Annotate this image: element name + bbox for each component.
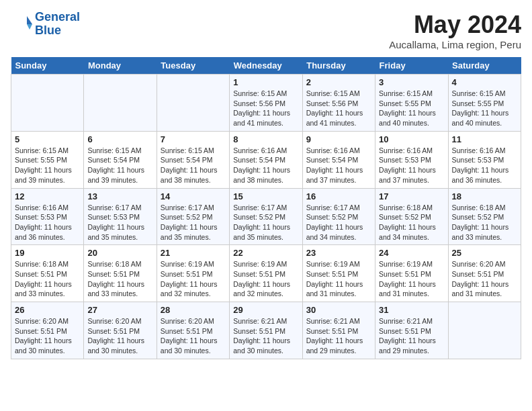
day-info: Sunrise: 6:19 AM Sunset: 5:51 PM Dayligh…: [233, 259, 298, 299]
day-info: Sunrise: 6:15 AM Sunset: 5:55 PM Dayligh…: [15, 146, 80, 185]
calendar-cell: 28Sunrise: 6:20 AM Sunset: 5:51 PM Dayli…: [157, 302, 229, 359]
calendar-cell: 26Sunrise: 6:20 AM Sunset: 5:51 PM Dayli…: [11, 302, 84, 359]
calendar-cell: 20Sunrise: 6:18 AM Sunset: 5:51 PM Dayli…: [84, 245, 157, 302]
day-info: Sunrise: 6:21 AM Sunset: 5:51 PM Dayligh…: [306, 316, 371, 356]
day-info: Sunrise: 6:17 AM Sunset: 5:53 PM Dayligh…: [87, 203, 152, 242]
day-number: 18: [452, 191, 517, 201]
calendar-week-1: 1Sunrise: 6:15 AM Sunset: 5:56 PM Daylig…: [11, 75, 521, 132]
page-header: General Blue May 2024 Aucallama, Lima re…: [11, 11, 521, 50]
day-info: Sunrise: 6:16 AM Sunset: 5:54 PM Dayligh…: [306, 146, 371, 185]
calendar-cell: 14Sunrise: 6:17 AM Sunset: 5:52 PM Dayli…: [157, 188, 229, 245]
title-section: May 2024 Aucallama, Lima region, Peru: [389, 11, 521, 50]
day-info: Sunrise: 6:19 AM Sunset: 5:51 PM Dayligh…: [161, 259, 226, 299]
calendar-cell: 6Sunrise: 6:15 AM Sunset: 5:54 PM Daylig…: [84, 131, 157, 188]
calendar-cell: 17Sunrise: 6:18 AM Sunset: 5:52 PM Dayli…: [375, 188, 448, 245]
day-number: 24: [379, 248, 444, 258]
day-number: 19: [15, 248, 80, 258]
calendar-cell: 22Sunrise: 6:19 AM Sunset: 5:51 PM Dayli…: [230, 245, 302, 302]
weekday-header-friday: Friday: [375, 57, 448, 75]
calendar-cell: 24Sunrise: 6:19 AM Sunset: 5:51 PM Dayli…: [375, 245, 448, 302]
day-info: Sunrise: 6:15 AM Sunset: 5:54 PM Dayligh…: [87, 146, 152, 185]
day-info: Sunrise: 6:18 AM Sunset: 5:51 PM Dayligh…: [87, 259, 152, 299]
calendar-cell: 7Sunrise: 6:15 AM Sunset: 5:54 PM Daylig…: [157, 131, 229, 188]
day-number: 29: [233, 305, 298, 315]
calendar-cell: 21Sunrise: 6:19 AM Sunset: 5:51 PM Dayli…: [157, 245, 229, 302]
calendar-cell: 10Sunrise: 6:16 AM Sunset: 5:53 PM Dayli…: [375, 131, 448, 188]
day-info: Sunrise: 6:19 AM Sunset: 5:51 PM Dayligh…: [306, 259, 371, 299]
day-number: 27: [87, 305, 152, 315]
svg-marker-0: [27, 16, 32, 24]
day-info: Sunrise: 6:21 AM Sunset: 5:51 PM Dayligh…: [379, 316, 444, 356]
calendar-cell: 4Sunrise: 6:15 AM Sunset: 5:55 PM Daylig…: [448, 75, 521, 132]
calendar-cell: [11, 75, 84, 132]
day-number: 5: [15, 134, 80, 144]
calendar-cell: [157, 75, 229, 132]
calendar-cell: 5Sunrise: 6:15 AM Sunset: 5:55 PM Daylig…: [11, 131, 84, 188]
calendar-week-2: 5Sunrise: 6:15 AM Sunset: 5:55 PM Daylig…: [11, 131, 521, 188]
day-info: Sunrise: 6:17 AM Sunset: 5:52 PM Dayligh…: [306, 203, 371, 242]
day-info: Sunrise: 6:20 AM Sunset: 5:51 PM Dayligh…: [161, 316, 226, 356]
day-info: Sunrise: 6:17 AM Sunset: 5:52 PM Dayligh…: [161, 203, 226, 242]
day-number: 28: [161, 305, 226, 315]
weekday-header-thursday: Thursday: [302, 57, 375, 75]
day-number: 21: [161, 248, 226, 258]
calendar-cell: 13Sunrise: 6:17 AM Sunset: 5:53 PM Dayli…: [84, 188, 157, 245]
day-info: Sunrise: 6:15 AM Sunset: 5:56 PM Dayligh…: [306, 89, 371, 128]
day-info: Sunrise: 6:16 AM Sunset: 5:53 PM Dayligh…: [379, 146, 444, 185]
day-number: 7: [161, 134, 226, 144]
day-info: Sunrise: 6:19 AM Sunset: 5:51 PM Dayligh…: [379, 259, 444, 299]
calendar-cell: 23Sunrise: 6:19 AM Sunset: 5:51 PM Dayli…: [302, 245, 375, 302]
weekday-header-monday: Monday: [84, 57, 157, 75]
day-number: 31: [379, 305, 444, 315]
day-number: 17: [379, 191, 444, 201]
day-number: 1: [233, 77, 298, 87]
day-number: 3: [379, 77, 444, 87]
day-info: Sunrise: 6:17 AM Sunset: 5:52 PM Dayligh…: [233, 203, 298, 242]
calendar-cell: 18Sunrise: 6:18 AM Sunset: 5:52 PM Dayli…: [448, 188, 521, 245]
day-number: 16: [306, 191, 371, 201]
calendar-cell: 8Sunrise: 6:16 AM Sunset: 5:54 PM Daylig…: [230, 131, 302, 188]
day-number: 2: [306, 77, 371, 87]
calendar-cell: 25Sunrise: 6:20 AM Sunset: 5:51 PM Dayli…: [448, 245, 521, 302]
day-info: Sunrise: 6:16 AM Sunset: 5:53 PM Dayligh…: [452, 146, 517, 185]
calendar-cell: 1Sunrise: 6:15 AM Sunset: 5:56 PM Daylig…: [230, 75, 302, 132]
calendar-cell: 12Sunrise: 6:16 AM Sunset: 5:53 PM Dayli…: [11, 188, 84, 245]
calendar-week-3: 12Sunrise: 6:16 AM Sunset: 5:53 PM Dayli…: [11, 188, 521, 245]
weekday-header-wednesday: Wednesday: [230, 57, 302, 75]
calendar-cell: 19Sunrise: 6:18 AM Sunset: 5:51 PM Dayli…: [11, 245, 84, 302]
calendar-cell: 30Sunrise: 6:21 AM Sunset: 5:51 PM Dayli…: [302, 302, 375, 359]
calendar-cell: 3Sunrise: 6:15 AM Sunset: 5:55 PM Daylig…: [375, 75, 448, 132]
logo: General Blue: [11, 11, 80, 38]
day-number: 14: [161, 191, 226, 201]
weekday-header-sunday: Sunday: [11, 57, 84, 75]
logo-text: General Blue: [35, 11, 80, 38]
day-info: Sunrise: 6:15 AM Sunset: 5:55 PM Dayligh…: [452, 89, 517, 128]
day-number: 15: [233, 191, 298, 201]
location-label: Aucallama, Lima region, Peru: [389, 39, 521, 50]
day-number: 6: [87, 134, 152, 144]
calendar-cell: 27Sunrise: 6:20 AM Sunset: 5:51 PM Dayli…: [84, 302, 157, 359]
calendar-cell: 31Sunrise: 6:21 AM Sunset: 5:51 PM Dayli…: [375, 302, 448, 359]
calendar-cell: [448, 302, 521, 359]
day-number: 8: [233, 134, 298, 144]
day-number: 22: [233, 248, 298, 258]
day-number: 13: [87, 191, 152, 201]
day-info: Sunrise: 6:20 AM Sunset: 5:51 PM Dayligh…: [15, 316, 80, 356]
day-number: 12: [15, 191, 80, 201]
calendar-week-5: 26Sunrise: 6:20 AM Sunset: 5:51 PM Dayli…: [11, 302, 521, 359]
day-info: Sunrise: 6:21 AM Sunset: 5:51 PM Dayligh…: [233, 316, 298, 356]
day-number: 26: [15, 305, 80, 315]
day-number: 30: [306, 305, 371, 315]
calendar-week-4: 19Sunrise: 6:18 AM Sunset: 5:51 PM Dayli…: [11, 245, 521, 302]
day-number: 25: [452, 248, 517, 258]
day-info: Sunrise: 6:15 AM Sunset: 5:56 PM Dayligh…: [233, 89, 298, 128]
day-number: 10: [379, 134, 444, 144]
day-info: Sunrise: 6:20 AM Sunset: 5:51 PM Dayligh…: [452, 259, 517, 299]
calendar-cell: [84, 75, 157, 132]
calendar-table: SundayMondayTuesdayWednesdayThursdayFrid…: [11, 57, 521, 359]
day-number: 23: [306, 248, 371, 258]
day-info: Sunrise: 6:18 AM Sunset: 5:52 PM Dayligh…: [452, 203, 517, 242]
day-info: Sunrise: 6:16 AM Sunset: 5:53 PM Dayligh…: [15, 203, 80, 242]
calendar-cell: 2Sunrise: 6:15 AM Sunset: 5:56 PM Daylig…: [302, 75, 375, 132]
calendar-cell: 9Sunrise: 6:16 AM Sunset: 5:54 PM Daylig…: [302, 131, 375, 188]
